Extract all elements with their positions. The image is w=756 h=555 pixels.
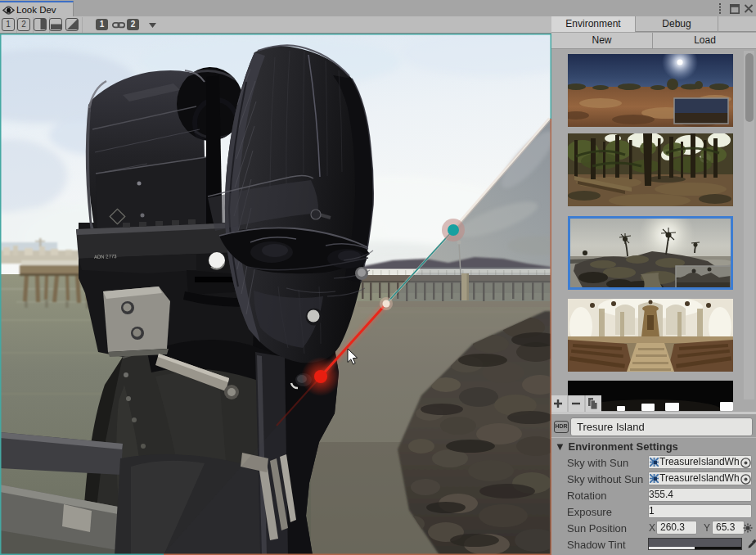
svg-text:ADN 2773: ADN 2773 [94, 254, 118, 259]
